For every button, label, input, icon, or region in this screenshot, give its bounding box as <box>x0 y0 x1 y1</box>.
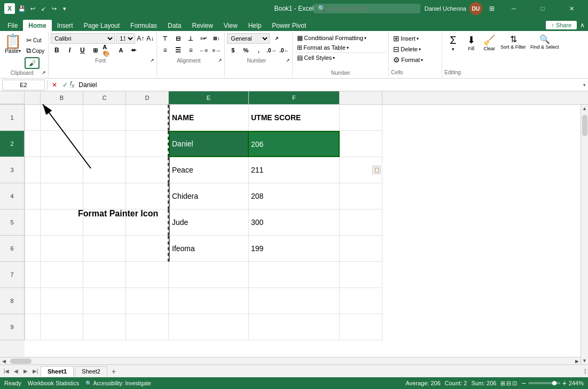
merge-btn[interactable]: ⊞↕ <box>210 33 222 44</box>
cell-styles-btn[interactable]: ▤ Cell Styles ▾ <box>295 53 386 63</box>
cancel-formula-btn[interactable]: ✕ <box>50 80 59 90</box>
cell-e8[interactable] <box>169 288 249 314</box>
cell-b9[interactable] <box>41 314 83 340</box>
redo-btn[interactable]: ↪ <box>49 4 59 13</box>
cell-f7[interactable] <box>249 262 340 288</box>
cell-f9[interactable] <box>249 314 340 340</box>
cond-dropdown-icon[interactable]: ▾ <box>364 36 366 41</box>
horizontal-scrollbar[interactable]: ◀ ▶ <box>0 357 581 364</box>
format-cells-btn[interactable]: ⚙ Format ▾ <box>391 55 440 65</box>
tab-page-layout[interactable]: Page Layout <box>79 20 125 31</box>
confirm-formula-btn[interactable]: ✓ <box>60 80 70 90</box>
sheet-nav-next-btn[interactable]: ▶ <box>21 367 30 376</box>
cell-c2[interactable] <box>83 131 126 157</box>
col-header-g[interactable] <box>340 91 382 104</box>
share-btn[interactable]: ↑ Share <box>546 21 577 29</box>
dec-increase-btn[interactable]: .0→ <box>265 45 277 56</box>
row-header-1[interactable]: 1 <box>0 105 25 131</box>
font-shrink-btn[interactable]: A↓ <box>146 34 154 43</box>
tab-file[interactable]: File <box>2 20 23 31</box>
indent-dec-btn[interactable]: ←≡ <box>198 45 209 56</box>
row-header-9[interactable]: 9 <box>0 314 25 340</box>
scroll-down-btn[interactable]: ▼ <box>581 357 589 364</box>
tab-formulas[interactable]: Formulas <box>125 20 162 31</box>
copy-btn[interactable]: ⧉ Copy <box>25 46 46 56</box>
close-btn[interactable]: ✕ <box>559 0 584 17</box>
italic-btn[interactable]: I <box>64 45 75 56</box>
conditional-formatting-btn[interactable]: ▦ Conditional Formatting ▾ <box>295 33 386 43</box>
zoom-in-btn[interactable]: + <box>562 379 567 387</box>
align-right-btn[interactable]: ≡ <box>185 45 197 56</box>
tab-help[interactable]: Help <box>243 20 267 31</box>
cell-d3[interactable] <box>126 157 169 183</box>
cell-d7[interactable] <box>126 262 169 288</box>
number-expand-small-btn[interactable]: ↗ <box>271 33 283 44</box>
col-header-b[interactable]: B <box>41 91 83 104</box>
alignment-expand-btn[interactable]: ↗ <box>218 58 222 63</box>
paste-options-btn[interactable]: 📋 <box>372 166 381 174</box>
cell-d9[interactable] <box>126 314 169 340</box>
search-box[interactable]: 🔍 <box>313 4 420 13</box>
undo-arrow-btn[interactable]: ↙ <box>38 4 48 13</box>
cell-a6[interactable] <box>25 236 41 262</box>
sheet-nav-first-btn[interactable]: |◀ <box>2 367 11 376</box>
tab-review[interactable]: Review <box>186 20 218 31</box>
bold-btn[interactable]: B <box>51 45 62 56</box>
cell-b7[interactable] <box>41 262 83 288</box>
scroll-h-track[interactable] <box>7 357 573 365</box>
sheet-nav-last-btn[interactable]: ▶| <box>31 367 40 376</box>
cell-e5[interactable]: Jude <box>169 209 249 236</box>
zoom-bar[interactable] <box>528 382 560 384</box>
ribbon-collapse-btn[interactable]: ∧ <box>577 20 588 30</box>
align-bottom-btn[interactable]: ⊥ <box>185 33 197 44</box>
tab-insert[interactable]: Insert <box>52 20 79 31</box>
row-header-4[interactable]: 4 <box>0 183 25 209</box>
scroll-left-btn[interactable]: ◀ <box>0 357 7 365</box>
cell-d1[interactable] <box>126 105 169 131</box>
sheet-tab-sheet1[interactable]: Sheet1 <box>41 366 74 377</box>
insert-cells-btn[interactable]: ⊞ Insert ▾ <box>391 33 440 44</box>
search-input[interactable] <box>328 5 413 12</box>
sheet-tab-sheet2[interactable]: Sheet2 <box>75 366 107 377</box>
cell-f6[interactable]: 199 <box>249 236 340 262</box>
font-grow-btn[interactable]: A↑ <box>136 34 145 43</box>
row-header-5[interactable]: 5 <box>0 209 25 236</box>
user-avatar[interactable]: DU <box>469 2 482 15</box>
formula-bar-dropdown[interactable]: ▾ <box>583 82 586 88</box>
insert-dropdown-icon[interactable]: ▾ <box>417 36 419 41</box>
cell-c1[interactable] <box>83 105 126 131</box>
tab-view[interactable]: View <box>218 20 243 31</box>
row-header-7[interactable]: 7 <box>0 262 25 288</box>
sheet-nav-prev-btn[interactable]: ◀ <box>12 367 20 376</box>
cell-g7[interactable] <box>340 262 382 288</box>
fill-btn[interactable]: ⬇ Fill <box>462 33 480 53</box>
font-name-select[interactable]: Calibri <box>51 33 115 44</box>
cell-d4[interactable] <box>126 183 169 209</box>
cell-e1[interactable]: NAME <box>169 105 249 131</box>
cell-a4[interactable] <box>25 183 41 209</box>
cell-a2[interactable] <box>25 131 41 157</box>
cell-f8[interactable] <box>249 288 340 314</box>
cell-g5[interactable] <box>340 209 382 236</box>
cell-b1[interactable] <box>41 105 83 131</box>
row-header-6[interactable]: 6 <box>0 236 25 262</box>
format-table-dropdown-icon[interactable]: ▾ <box>347 45 349 50</box>
scroll-h-thumb[interactable] <box>10 359 32 364</box>
cell-g3[interactable]: 📋 <box>340 157 382 183</box>
cell-b2[interactable] <box>41 131 83 157</box>
page-break-view-btn[interactable]: ⊡ <box>512 380 517 387</box>
underline-btn[interactable]: U <box>76 45 88 56</box>
cell-c4[interactable] <box>83 183 126 209</box>
cut-btn[interactable]: ✂ Cut <box>25 35 46 45</box>
cell-e6[interactable]: Ifeoma <box>169 236 249 262</box>
vertical-scrollbar[interactable]: ▲ ▼ <box>581 105 588 364</box>
align-center-btn[interactable]: ☰ <box>172 45 184 56</box>
paste-btn[interactable]: 📋 Paste ▾ <box>2 33 23 55</box>
border-btn[interactable]: ⊞ <box>89 45 101 56</box>
number-format-select[interactable]: GeneralNumberCurrencyPercentage <box>227 33 270 44</box>
align-top-btn[interactable]: ⊤ <box>159 33 171 44</box>
cell-e2[interactable]: Daniel <box>169 131 249 157</box>
format-as-table-btn[interactable]: ⊞ Format as Table ▾ <box>295 43 386 53</box>
cell-c5[interactable] <box>83 209 126 236</box>
cell-d6[interactable] <box>126 236 169 262</box>
